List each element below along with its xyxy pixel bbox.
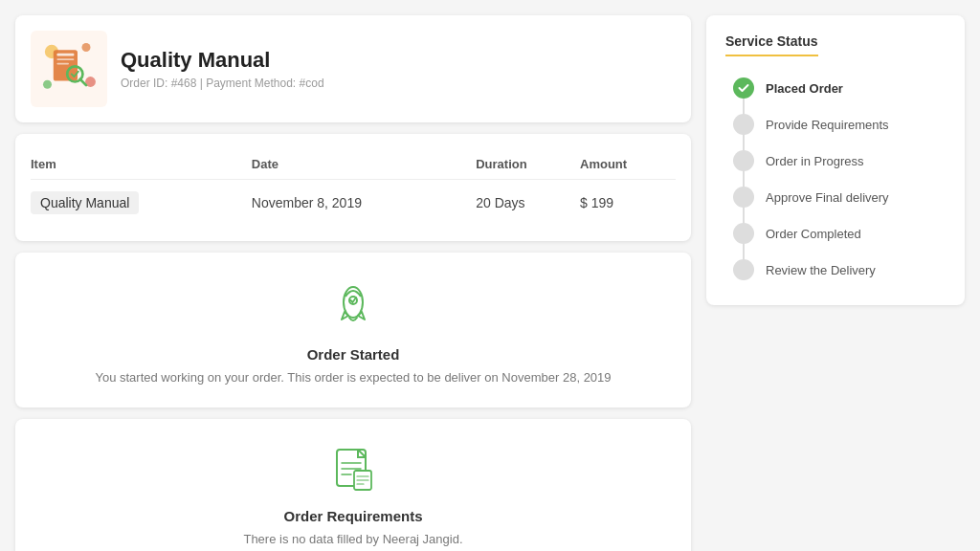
sidebar: Service Status Placed Order Provide Requ… bbox=[706, 15, 965, 551]
order-header-card: Quality Manual Order ID: #468 | Payment … bbox=[15, 15, 691, 122]
requirements-icon bbox=[31, 442, 676, 498]
order-table-card: Item Date Duration Amount Quality Manual… bbox=[15, 134, 691, 241]
svg-point-3 bbox=[43, 80, 52, 89]
step-dot-approve-final-delivery bbox=[733, 187, 754, 208]
item-duration-cell: 20 Days bbox=[476, 180, 580, 227]
step-dot-order-completed bbox=[733, 223, 754, 244]
service-status-card: Service Status Placed Order Provide Requ… bbox=[706, 15, 965, 305]
svg-rect-5 bbox=[56, 54, 74, 56]
step-label-order-completed: Order Completed bbox=[766, 227, 861, 241]
service-status-title: Service Status bbox=[725, 33, 818, 56]
step-label-placed-order: Placed Order bbox=[766, 81, 843, 96]
order-table: Item Date Duration Amount Quality Manual… bbox=[31, 149, 676, 226]
col-duration: Duration bbox=[476, 149, 580, 180]
step-dot-review-delivery bbox=[733, 259, 754, 280]
item-name-cell: Quality Manual bbox=[31, 180, 252, 227]
table-row: Quality Manual November 8, 2019 20 Days … bbox=[31, 180, 676, 227]
order-started-card: Order Started You started working on you… bbox=[15, 253, 691, 408]
step-dot-provide-requirements bbox=[733, 114, 754, 135]
svg-line-9 bbox=[80, 79, 86, 85]
step-label-approve-final-delivery: Approve Final delivery bbox=[766, 190, 889, 205]
step-provide-requirements: Provide Requirements bbox=[733, 106, 946, 143]
item-name-badge: Quality Manual bbox=[31, 191, 139, 214]
svg-point-1 bbox=[82, 43, 91, 52]
main-content: Quality Manual Order ID: #468 | Payment … bbox=[15, 15, 691, 551]
order-requirements-card: Order Requirements There is no data fill… bbox=[15, 419, 691, 551]
rocket-icon bbox=[31, 276, 676, 337]
order-title: Quality Manual bbox=[121, 48, 324, 73]
step-dot-placed-order bbox=[733, 77, 754, 99]
col-amount: Amount bbox=[580, 149, 676, 180]
step-review-delivery: Review the Delivery bbox=[733, 252, 946, 288]
order-started-description: You started working on your order. This … bbox=[31, 370, 676, 385]
svg-rect-7 bbox=[56, 63, 69, 65]
step-order-in-progress: Order in Progress bbox=[733, 143, 946, 179]
status-steps: Placed Order Provide Requirements Order … bbox=[725, 70, 946, 288]
order-thumbnail bbox=[31, 31, 107, 107]
item-amount-cell: $ 199 bbox=[580, 180, 676, 227]
order-requirements-description: There is no data filled by Neeraj Jangid… bbox=[31, 532, 676, 546]
col-date: Date bbox=[252, 149, 476, 180]
step-label-provide-requirements: Provide Requirements bbox=[766, 118, 889, 132]
step-approve-final-delivery: Approve Final delivery bbox=[733, 179, 946, 215]
order-requirements-title: Order Requirements bbox=[31, 508, 676, 524]
step-dot-order-in-progress bbox=[733, 150, 754, 171]
step-placed-order: Placed Order bbox=[733, 70, 946, 106]
step-order-completed: Order Completed bbox=[733, 215, 946, 252]
step-label-review-delivery: Review the Delivery bbox=[766, 263, 876, 277]
order-meta: Order ID: #468 | Payment Method: #cod bbox=[121, 77, 324, 90]
order-title-block: Quality Manual Order ID: #468 | Payment … bbox=[121, 48, 324, 90]
step-label-order-in-progress: Order in Progress bbox=[766, 154, 864, 168]
col-item: Item bbox=[31, 149, 252, 180]
svg-rect-6 bbox=[56, 58, 74, 60]
order-started-title: Order Started bbox=[31, 346, 676, 363]
item-date-cell: November 8, 2019 bbox=[252, 180, 476, 227]
